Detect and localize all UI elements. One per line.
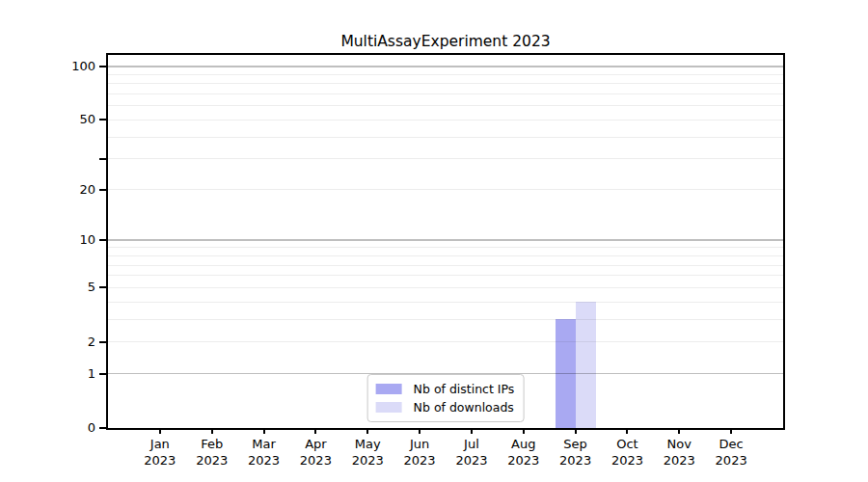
x-tick-mark — [575, 428, 577, 434]
x-tick-mark — [678, 428, 680, 434]
gridline-minor — [108, 265, 783, 266]
x-tick-mark — [730, 428, 732, 434]
x-tick-mark — [366, 428, 368, 434]
y-tick-mark — [99, 341, 106, 343]
gridline-minor — [108, 247, 783, 248]
gridline-minor — [108, 189, 783, 190]
gridline-minor — [108, 319, 783, 320]
x-tick-mark — [419, 428, 420, 434]
x-tick-mark — [211, 428, 213, 434]
legend-swatch-distinct-ips — [376, 384, 402, 394]
x-tick-label: Dec 2023 — [700, 437, 762, 469]
gridline-minor — [108, 275, 783, 276]
x-tick-mark — [263, 428, 265, 434]
y-tick-mark — [99, 373, 106, 375]
x-tick-mark — [523, 428, 525, 434]
y-tick-label: 2 — [36, 334, 95, 350]
y-minor-tick-mark — [99, 158, 106, 160]
x-tick-mark — [626, 428, 628, 434]
y-tick-mark — [99, 66, 106, 67]
y-tick-label: 100 — [36, 58, 95, 74]
plot-area: Nb of distinct IPs Nb of downloads 01251… — [106, 53, 785, 430]
y-tick-label: 0 — [36, 419, 95, 436]
gridline-minor — [108, 302, 783, 303]
legend-item: Nb of distinct IPs — [376, 380, 515, 398]
gridline-minor — [108, 137, 783, 138]
x-tick-mark — [159, 428, 161, 434]
x-tick-mark — [314, 428, 316, 434]
y-tick-label: 50 — [36, 111, 95, 127]
y-tick-mark — [99, 119, 106, 120]
gridline-minor — [108, 255, 783, 256]
x-tick-mark — [471, 428, 473, 434]
gridline-minor — [108, 341, 783, 342]
y-tick-mark — [99, 189, 106, 191]
y-tick-label: 10 — [36, 231, 95, 248]
y-tick-label: 1 — [36, 365, 95, 382]
gridline-minor — [108, 287, 783, 288]
y-tick-label: 20 — [36, 181, 95, 198]
legend-label: Nb of distinct IPs — [414, 382, 515, 396]
gridline-minor — [108, 105, 783, 106]
y-tick-label: 5 — [36, 279, 95, 295]
chart-title: MultiAssayExperiment 2023 — [106, 33, 785, 50]
legend-label: Nb of downloads — [414, 400, 514, 415]
gridline-minor — [108, 74, 783, 75]
legend-swatch-downloads — [376, 402, 402, 413]
gridline-minor — [108, 83, 783, 84]
gridline-minor — [108, 94, 783, 94]
gridline-major — [108, 66, 783, 67]
y-tick-mark — [99, 427, 106, 429]
gridline-minor — [108, 158, 783, 159]
bar-nb-of-downloads-sep-2023 — [576, 302, 596, 428]
chart-figure: MultiAssayExperiment 2023 Nb of distinct… — [0, 0, 868, 482]
y-tick-mark — [99, 286, 106, 288]
y-tick-mark — [99, 239, 106, 241]
gridline-major — [108, 239, 783, 241]
legend-item: Nb of downloads — [376, 398, 515, 416]
gridline-minor — [108, 120, 783, 120]
legend: Nb of distinct IPs Nb of downloads — [367, 374, 525, 422]
